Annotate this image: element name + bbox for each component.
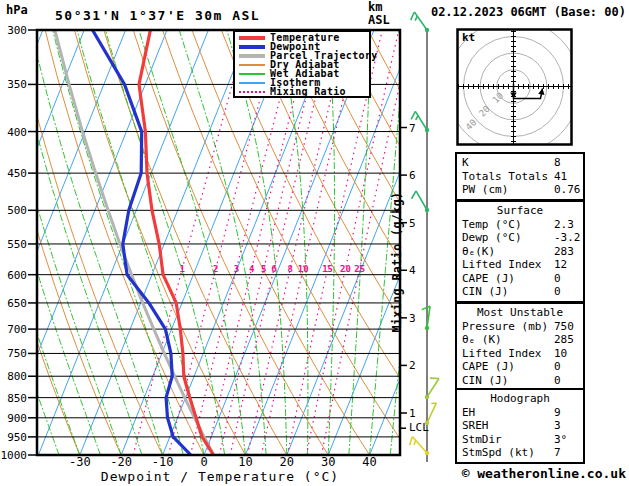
- table-row-label: CAPE (J): [462, 272, 554, 286]
- table-row-value: -3.2: [554, 231, 581, 244]
- km-tick-label: 4: [409, 264, 416, 277]
- table-row-value: 10: [554, 347, 567, 360]
- table-row-value: 0: [554, 360, 561, 373]
- pressure-tick-label: 450: [7, 167, 27, 180]
- pressure-tick-label: 400: [7, 126, 27, 139]
- hodograph-trace-arrow: [538, 89, 544, 96]
- hodograph-ring-label: 20: [477, 104, 492, 119]
- table-row: CAPE (J)0: [462, 360, 583, 374]
- mixing-ratio-value-label: 2: [213, 264, 218, 274]
- table-row-label: EH: [462, 406, 554, 420]
- mixing-ratio-value-label: 25: [354, 264, 365, 274]
- mixing-ratio-value-label: 1: [180, 264, 185, 274]
- hodograph: 102040: [456, 28, 573, 146]
- table-row: StmDir3°: [462, 433, 583, 447]
- legend-sample-solid: [239, 82, 265, 84]
- table-title: Most Unstable: [462, 306, 583, 320]
- table-row-label: Lifted Index: [462, 258, 554, 272]
- indices-table: K8Totals Totals41PW (cm)0.76: [455, 152, 585, 201]
- legend-sample-solid: [239, 36, 265, 40]
- mixing-ratio-value-label: 6: [271, 264, 276, 274]
- table-row: CAPE (J)0: [462, 272, 583, 286]
- table-row: Lifted Index12: [462, 258, 583, 272]
- pressure-tick-label: 850: [7, 392, 27, 405]
- table-row-value: 0: [554, 285, 561, 298]
- mixing-ratio-value-label: 15: [322, 264, 333, 274]
- asl-label: ASL: [368, 14, 390, 27]
- wind-barb: [422, 306, 430, 330]
- lcl-label: LCL: [409, 421, 429, 434]
- pressure-unit-label: hPa: [6, 3, 28, 17]
- table-row: K8: [462, 156, 583, 170]
- km-tick-label: 3: [409, 312, 416, 325]
- km-tick-label: 7: [409, 122, 416, 135]
- pressure-tick-label: 1000: [1, 449, 28, 462]
- table-row-value: 41: [554, 170, 567, 183]
- table-row-label: CIN (J): [462, 374, 554, 388]
- mixing-ratio-value-label: 10: [298, 264, 309, 274]
- table-row-label: θₑ(K): [462, 245, 554, 259]
- table-row-label: θₑ (K): [462, 333, 554, 347]
- legend-box: TemperatureDewpointParcel TrajectoryDry …: [233, 30, 371, 98]
- table-row-value: 9: [554, 406, 561, 419]
- table-row-label: Totals Totals: [462, 170, 554, 184]
- table-row: SREH3: [462, 419, 583, 433]
- table-row-value: 3°: [554, 433, 567, 446]
- table-row: Pressure (mb)750: [462, 320, 583, 334]
- pressure-tick-label: 600: [7, 269, 27, 282]
- legend-sample-solid: [239, 54, 265, 58]
- temperature-axis-label: Dewpoint / Temperature (°C): [60, 469, 380, 484]
- temp-tick-label: 10: [238, 455, 252, 469]
- table-row: Totals Totals41: [462, 170, 583, 184]
- pressure-tick-label: 650: [7, 297, 27, 310]
- table-title: Surface: [462, 204, 583, 218]
- wind-barbs-group: [410, 12, 439, 462]
- wind-barb: [410, 437, 430, 456]
- table-row-label: StmSpd (kt): [462, 446, 554, 460]
- legend-label: Mixing Ratio: [270, 86, 346, 97]
- altitude-unit-label: km ASL: [368, 1, 390, 27]
- table-row-value: 2.3: [554, 218, 574, 231]
- temp-tick-label: -20: [110, 455, 132, 469]
- legend-sample-dotted: [239, 91, 265, 93]
- table-row: θₑ(K)283: [462, 245, 583, 259]
- table-row: Dewp (°C)-3.2: [462, 231, 583, 245]
- legend-sample-solid: [239, 73, 265, 75]
- table-row-value: 3: [554, 419, 561, 432]
- table-row-value: 285: [554, 333, 574, 346]
- temp-tick-label: -10: [152, 455, 174, 469]
- hodograph-unit-label: kt: [462, 31, 475, 44]
- pressure-tick-label: 750: [7, 347, 27, 360]
- table-row: Lifted Index10: [462, 347, 583, 361]
- pressure-tick-label: 900: [7, 412, 27, 425]
- table-row-label: CAPE (J): [462, 360, 554, 374]
- isotherm-line: [80, 30, 250, 455]
- km-tick-label: 5: [409, 217, 416, 230]
- km-tick-label: 1: [409, 407, 416, 420]
- temp-tick-label: 40: [362, 455, 376, 469]
- table-row: θₑ (K)285: [462, 333, 583, 347]
- legend-sample-solid: [239, 45, 265, 49]
- mixing-ratio-line: [133, 30, 247, 455]
- table-row: StmSpd (kt)7: [462, 446, 583, 460]
- legend-item: Mixing Ratio: [239, 87, 367, 96]
- km-tick-label: 6: [409, 169, 416, 182]
- hodograph-table: HodographEH9SREH3StmDir3°StmSpd (kt)7: [455, 388, 585, 464]
- pressure-tick-label: 700: [7, 323, 27, 336]
- most-unstable-table: Most UnstablePressure (mb)750θₑ (K)285Li…: [455, 302, 585, 391]
- km-tick-label: 2: [409, 359, 416, 372]
- table-row: CIN (J)0: [462, 285, 583, 299]
- table-row-value: 8: [554, 156, 561, 169]
- table-row-label: Temp (°C): [462, 218, 554, 232]
- pressure-tick-label: 800: [7, 370, 27, 383]
- temp-tick-label: 20: [280, 455, 294, 469]
- mixing-ratio-value-label: 3: [234, 264, 239, 274]
- copyright-label: © weatheronline.co.uk: [462, 466, 626, 481]
- legend-sample-solid: [239, 64, 265, 66]
- table-row: Temp (°C)2.3: [462, 218, 583, 232]
- station-title: 50°31'N 1°37'E 30m ASL: [55, 8, 260, 23]
- table-row-label: Lifted Index: [462, 347, 554, 361]
- table-row-value: 283: [554, 245, 574, 258]
- table-row-label: SREH: [462, 419, 554, 433]
- temp-tick-label: -30: [69, 455, 91, 469]
